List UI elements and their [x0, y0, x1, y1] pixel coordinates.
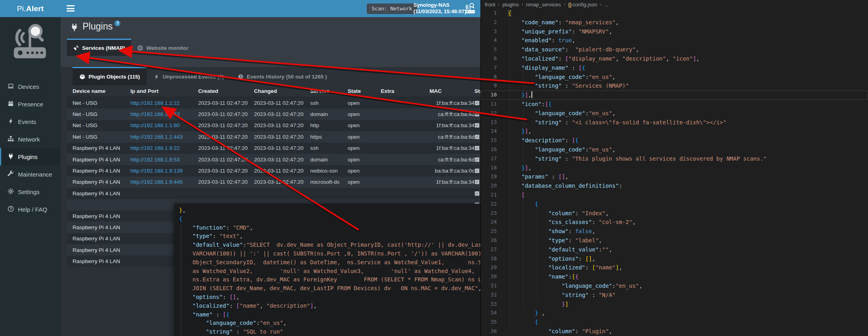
column-header-extra[interactable]: Extra	[381, 88, 397, 94]
sidebar: DevicesPresenceEventsNetworkPluginsMaint…	[0, 17, 61, 336]
ip-port-link[interactable]: http://192.168.1.1:80	[130, 122, 180, 128]
sidebar-item-label: Maintenance	[18, 171, 52, 178]
tab-services-nmap-[interactable]: Services (NMAP)	[67, 39, 131, 56]
line-number: 25	[481, 227, 497, 236]
sidebar-toggle-icon[interactable]	[67, 5, 75, 12]
ip-port-link[interactable]: http://192.168.1.9:53	[130, 157, 180, 163]
pialert-logo	[8, 22, 52, 64]
sidebar-item-label: Settings	[18, 189, 39, 195]
ip-port-link[interactable]: http://192.168.1.1:53	[130, 111, 180, 117]
service-cell: ssh	[310, 100, 348, 106]
tab-unprocessed-events-0-[interactable]: Unprocessed Events (0)	[147, 67, 231, 85]
line-number: 34	[481, 308, 497, 318]
code-text: "type": "label",	[497, 236, 602, 245]
table-row[interactable]: Raspberry Pi 4 LANhttp://192.168.1.9:445…	[67, 177, 480, 188]
code-text: "params" : [],	[497, 172, 569, 181]
table-row[interactable]: Net - USGhttp://192.168.1.1:532023-03-11…	[67, 108, 480, 120]
breadcrumb-item[interactable]: {} config.json	[568, 2, 597, 8]
top-navbar: Pi.Alert Scan: Network Synology-NAS (11/…	[0, 0, 480, 17]
table-row[interactable]: Raspberry Pi 4 LANhttp://192.168.1.9:222…	[67, 143, 480, 154]
row-checkbox[interactable]: ✓	[474, 168, 480, 173]
breadcrumb-item[interactable]: plugins	[502, 2, 519, 8]
device-name-cell: Net - USG	[73, 111, 130, 117]
editor-line: 16 "language_code":"en_us",	[481, 145, 868, 154]
row-checkbox[interactable]: ✓	[474, 134, 480, 140]
ip-port-link[interactable]: http://192.168.1.9:445	[130, 179, 183, 185]
editor-line: 31 "language_code":"en_us",	[481, 281, 868, 291]
table-row[interactable]: Net - USGhttp://192.168.1.1:222023-03-11…	[67, 97, 480, 108]
column-header-status[interactable]: Status	[474, 88, 480, 94]
line-number: 28	[481, 254, 497, 263]
indent-guide	[181, 224, 181, 336]
line-number: 10	[481, 90, 497, 100]
app-logo-text[interactable]: Pi.Alert	[0, 0, 61, 17]
code-editor: front›plugins›nmap_services›{} config.js…	[480, 0, 868, 336]
sql-code-popup: },{ "function": "CMD", "type": "text", "…	[174, 204, 480, 336]
sidebar-item-maintenance[interactable]: Maintenance	[0, 165, 61, 183]
sidebar-item-plugins[interactable]: Plugins	[0, 148, 61, 165]
chevron-right-icon: ›	[522, 2, 523, 7]
editor-line: 7 "display_name" : [{	[481, 63, 868, 73]
editor-code-area[interactable]: 1{2 "code_name": "nmap_services",3 "uniq…	[481, 9, 868, 336]
breadcrumb: front›plugins›nmap_services›{} config.js…	[481, 0, 868, 9]
table-row[interactable]: Net - USGhttp://192.168.1.1:802023-03-11…	[67, 120, 480, 131]
sidebar-item-help-faq[interactable]: ?Help / FAQ	[0, 200, 61, 218]
table-row[interactable]: Raspberry Pi 4 LAN✓	[67, 188, 480, 199]
sidebar-item-events[interactable]: Events	[0, 113, 61, 130]
sidebar-item-network[interactable]: Network	[0, 130, 61, 148]
sidebar-item-label: Presence	[18, 101, 43, 108]
sidebar-item-devices[interactable]: Devices	[0, 78, 61, 95]
row-checkbox[interactable]: ✓	[474, 123, 480, 128]
ip-port-link[interactable]: http://192.168.1.9:139	[130, 168, 183, 174]
editor-line: 35 {	[481, 318, 868, 327]
cube-icon	[79, 74, 85, 80]
calendar-icon	[8, 100, 14, 108]
tab-website-monitor[interactable]: Website monitor	[131, 39, 195, 56]
column-header-changed[interactable]: Changed	[254, 88, 310, 94]
code-text: "string" : "This plugin shows all servic…	[497, 154, 767, 163]
code-text: "string" : "<i class=\"fa-solid fa-satel…	[497, 118, 726, 127]
row-checkbox[interactable]: ✓	[474, 191, 480, 196]
popup-code-line: "language_code":"en_us",	[179, 319, 480, 328]
column-header-state[interactable]: State	[348, 88, 381, 94]
status-cell: ✓	[474, 123, 480, 128]
help-badge[interactable]: ?	[114, 20, 120, 26]
breadcrumb-item[interactable]: front	[485, 2, 495, 8]
ip-port-link[interactable]: http://192.168.1.1:22	[130, 100, 180, 106]
table-row[interactable]: Raspberry Pi 4 LANhttp://192.168.1.9:532…	[67, 154, 480, 165]
column-header-ip-and-port[interactable]: Ip and Port	[130, 88, 198, 94]
breadcrumb-item[interactable]: nmap_services	[526, 2, 561, 8]
ip-port-link[interactable]: http://192.168.1.9:22	[130, 145, 180, 151]
device-name-cell: Net - USG	[73, 134, 130, 140]
line-number: 17	[481, 154, 497, 163]
row-checkbox[interactable]: ✓	[474, 100, 480, 106]
row-checkbox[interactable]: ✓	[474, 157, 480, 162]
column-header-service[interactable]: Service	[310, 88, 348, 94]
tab-plugin-objects-115-[interactable]: Plugin Objects (115)	[73, 67, 147, 85]
code-text: {	[497, 200, 538, 209]
changed-cell: 2023-03-11 02:47:20	[254, 179, 310, 185]
row-checkbox[interactable]: ✓	[474, 179, 480, 185]
line-number: 35	[481, 318, 497, 327]
column-header-mac[interactable]: MAC	[397, 88, 474, 94]
laptop-icon	[8, 83, 14, 90]
table-row[interactable]: Raspberry Pi 4 LANhttp://192.168.1.9:139…	[67, 165, 480, 176]
json-file-icon: {}	[568, 2, 572, 8]
row-checkbox[interactable]: ✓	[474, 112, 480, 117]
code-text: "description": [{	[497, 136, 579, 145]
mac-cell: ca:ff:ff:ca:ba:6d	[397, 157, 474, 163]
ip-port-link[interactable]: http://192.168.1.1:443	[130, 134, 183, 140]
editor-line: 33 }]	[481, 300, 868, 309]
changed-cell: 2023-03-11 02:47:20	[254, 111, 310, 117]
table-row[interactable]: Net - USGhttp://192.168.1.1:4432023-03-1…	[67, 131, 480, 142]
row-checkbox[interactable]: ✓	[474, 145, 480, 151]
changed-cell: 2023-03-11 02:47:20	[254, 100, 310, 106]
code-text: "unique_prefix": "NMAPSRV",	[497, 27, 612, 36]
breadcrumb-item[interactable]: ...	[604, 2, 609, 8]
sidebar-item-presence[interactable]: Presence	[0, 95, 61, 113]
column-header-created[interactable]: Created	[198, 88, 254, 94]
column-header-device-name[interactable]: Device name	[73, 88, 130, 94]
code-text: "localized": ["display_name", "descripti…	[497, 54, 700, 63]
sidebar-item-settings[interactable]: Settings	[0, 183, 61, 200]
tab-events-history-50-out-of-1265-[interactable]: Events History (50 out of 1265 )	[231, 67, 334, 85]
